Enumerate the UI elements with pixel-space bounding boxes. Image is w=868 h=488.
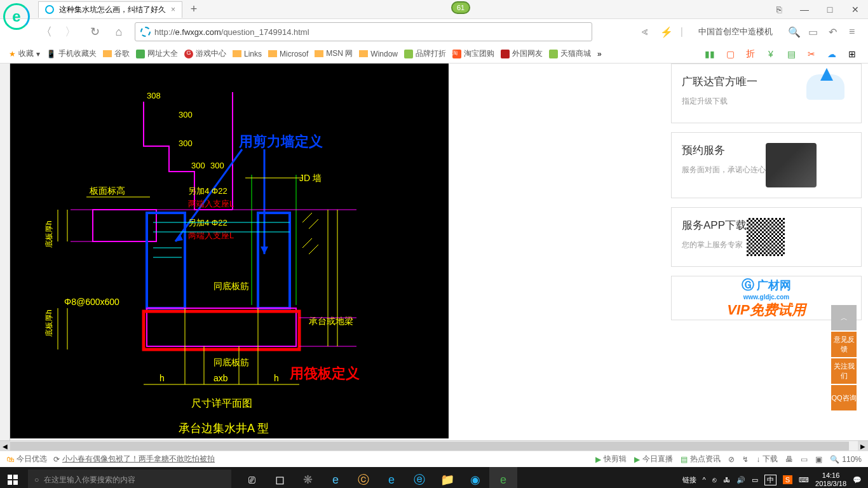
- ext-icon-2[interactable]: ▢: [723, 47, 737, 61]
- tray-clock[interactable]: 14:162018/3/18: [815, 471, 846, 488]
- horizontal-scrollbar[interactable]: ◀ ▶: [0, 440, 868, 451]
- status-icon-5[interactable]: ▣: [815, 455, 822, 464]
- svg-line-29: [309, 219, 318, 229]
- qq-button[interactable]: QQ咨询: [831, 385, 857, 410]
- scroll-right-arrow[interactable]: ▶: [858, 441, 868, 451]
- status-today[interactable]: 🛍今日优选: [6, 454, 47, 464]
- status-live[interactable]: ▶今日直播: [634, 454, 673, 464]
- search-icon[interactable]: 🔍: [788, 26, 799, 37]
- app-8[interactable]: ◉: [461, 467, 489, 488]
- app-edge[interactable]: e: [377, 467, 405, 488]
- feedback-button[interactable]: 意见反馈: [831, 332, 857, 357]
- back-to-top-button[interactable]: ︿: [831, 305, 857, 330]
- ext-icon-1[interactable]: ▮▮: [703, 47, 717, 61]
- back-button[interactable]: 〈: [38, 24, 55, 40]
- tray-volume-icon[interactable]: 🔊: [736, 476, 745, 484]
- app-ie[interactable]: ⓔ: [405, 467, 433, 488]
- bookmark-game[interactable]: G游戏中心: [184, 48, 226, 59]
- new-tab-button[interactable]: +: [186, 2, 201, 17]
- bookmark-sites[interactable]: 网址大全: [136, 48, 178, 59]
- dim-308: 308: [147, 91, 161, 100]
- tray-keyboard-icon[interactable]: ⌨: [799, 476, 809, 484]
- zoom-level[interactable]: 🔍 110%: [830, 455, 862, 464]
- tray-battery-icon[interactable]: ▭: [752, 476, 758, 484]
- ext-icon-3[interactable]: 折: [743, 47, 757, 61]
- taskview-icon[interactable]: ⎚: [238, 467, 266, 488]
- app-browser[interactable]: e: [489, 467, 517, 488]
- bookmark-window[interactable]: Window: [359, 50, 398, 58]
- ext-icon-8[interactable]: ⊞: [845, 47, 859, 61]
- status-icon-1[interactable]: ⊘: [728, 455, 735, 464]
- app-edge-old[interactable]: e: [322, 467, 349, 488]
- bookmark-links[interactable]: Links: [233, 50, 262, 58]
- app-1[interactable]: ◻: [266, 467, 294, 488]
- minimize-button[interactable]: —: [792, 1, 817, 18]
- ext-icon-6[interactable]: ✂: [804, 47, 818, 61]
- bookmark-fav[interactable]: ★收藏 ▾: [9, 48, 40, 59]
- ext-icon-4[interactable]: ¥: [764, 47, 778, 61]
- card-download[interactable]: 广联达官方唯一 指定升级下载: [671, 64, 862, 123]
- refresh-button[interactable]: ↻: [86, 24, 103, 40]
- bookmark-more[interactable]: »: [597, 50, 602, 58]
- follow-button[interactable]: 关注我们: [831, 358, 857, 384]
- forward-button[interactable]: 〉: [62, 24, 79, 40]
- card-app[interactable]: 服务APP下载 您的掌上服务专家: [671, 207, 862, 267]
- bookmark-google[interactable]: 谷歌: [103, 48, 130, 59]
- undo-icon[interactable]: ↶: [829, 26, 840, 37]
- status-icon-3[interactable]: 🖶: [785, 455, 793, 464]
- flash-icon[interactable]: ⚡: [660, 26, 672, 37]
- status-icon-4[interactable]: ▭: [801, 455, 808, 464]
- maximize-button[interactable]: □: [817, 1, 843, 18]
- app-4[interactable]: ⓒ: [349, 467, 377, 488]
- status-clip[interactable]: ▶快剪辑: [595, 454, 627, 464]
- ext-icon-5[interactable]: ▤: [784, 47, 798, 61]
- content-area: 308 300 300 300 300 用剪力墙定义 JD 墙 板面标高: [0, 64, 868, 440]
- app-menu-icon[interactable]: ⎘: [766, 1, 792, 18]
- dim-h2: h: [274, 373, 279, 383]
- close-button[interactable]: ✕: [843, 1, 868, 18]
- label-jd: JD 墙: [299, 173, 322, 183]
- status-hot[interactable]: ▤热点资讯: [681, 454, 721, 464]
- ext-icon-7[interactable]: ☁: [825, 47, 839, 61]
- tab-title: 这种集水坑怎么画，纠结了好久: [59, 4, 166, 15]
- home-button[interactable]: ⌂: [111, 24, 127, 40]
- status-icon-2[interactable]: ↯: [742, 455, 749, 464]
- tray-notifications-icon[interactable]: 💬: [853, 476, 862, 484]
- card-service[interactable]: 预约服务 服务面对面，承诺心连心: [671, 132, 862, 198]
- bookmark-brand[interactable]: 品牌打折: [404, 48, 446, 59]
- share-icon[interactable]: ⪡: [640, 26, 651, 37]
- svg-rect-20: [144, 311, 299, 349]
- status-news[interactable]: ⟳小小春有偶像包袱了！两手拿糖不敢吃怕被拍: [53, 454, 215, 464]
- bookmark-mobile[interactable]: 📱手机收藏夹: [46, 48, 97, 59]
- browser-tab[interactable]: 这种集水坑怎么画，纠结了好久 ×: [38, 1, 182, 18]
- search-hint[interactable]: 中国首创空中造楼机: [698, 26, 773, 37]
- tray-up-icon[interactable]: ^: [703, 476, 706, 484]
- scroll-thumb[interactable]: [10, 442, 849, 451]
- bookmark-msn[interactable]: MSN 网: [315, 48, 353, 59]
- tab-favicon: [45, 5, 54, 14]
- tray-ime[interactable]: 中: [764, 475, 776, 485]
- bookmark-tmall[interactable]: 天猫商城: [549, 48, 591, 59]
- svg-rect-18: [147, 308, 296, 346]
- bookmark-foreign[interactable]: 外国网友: [501, 48, 543, 59]
- tray-sogou-icon[interactable]: S: [783, 475, 792, 484]
- service-image: [766, 143, 817, 187]
- tab-close-icon[interactable]: ×: [171, 5, 175, 14]
- reader-icon[interactable]: ▭: [808, 26, 820, 37]
- notification-badge[interactable]: 61: [451, 1, 470, 14]
- tray-icon-1[interactable]: ⎋: [712, 476, 717, 484]
- bookmark-taobao[interactable]: 淘淘宝团购: [452, 48, 494, 59]
- bookmark-microsof[interactable]: Microsof: [268, 50, 308, 58]
- app-2[interactable]: ❋: [294, 467, 322, 488]
- menu-icon[interactable]: ≡: [849, 26, 860, 37]
- start-button[interactable]: [0, 467, 25, 488]
- url-input[interactable]: http://e.fwxgx.com/question_1749914.html: [135, 22, 592, 41]
- svg-rect-12: [147, 213, 185, 308]
- scroll-left-arrow[interactable]: ◀: [0, 441, 10, 451]
- status-down[interactable]: ↓下载: [756, 454, 778, 464]
- taskbar-search[interactable]: ○在这里输入你要搜索的内容: [28, 470, 231, 488]
- browser-logo[interactable]: e: [3, 3, 35, 41]
- tray-icon-2[interactable]: 🖧: [723, 476, 730, 484]
- app-explorer[interactable]: 📁: [433, 467, 461, 488]
- tray-link[interactable]: 链接: [682, 475, 696, 485]
